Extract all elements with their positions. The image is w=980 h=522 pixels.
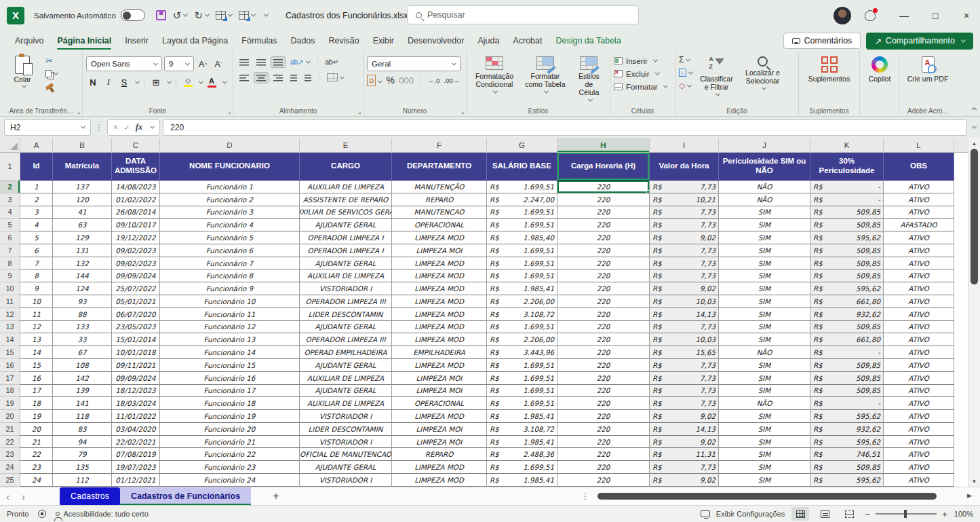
row-header-21[interactable]: 21: [0, 423, 20, 436]
align-left-button[interactable]: [237, 72, 252, 83]
wrap-text-button[interactable]: ab↵: [323, 56, 342, 68]
column-header-L[interactable]: L: [884, 138, 954, 152]
cell-E6[interactable]: OPERADOR LIMPEZA I: [300, 231, 392, 244]
cell-H11[interactable]: 220: [557, 295, 650, 308]
cell-G18[interactable]: R$1.699,51: [487, 385, 557, 398]
cell-L8[interactable]: ATIVO: [884, 257, 954, 270]
cell-I12[interactable]: R$14,13: [650, 308, 719, 321]
cell-F23[interactable]: REPARO: [392, 448, 487, 461]
collapse-ribbon-button[interactable]: [970, 103, 976, 113]
table-header-G[interactable]: SALÁRIO BASE: [487, 153, 557, 181]
cell-A19[interactable]: 18: [20, 397, 53, 410]
merge-center-button[interactable]: [324, 71, 347, 83]
cell-K24[interactable]: R$509,85: [810, 461, 884, 474]
cell-L21[interactable]: ATIVO: [884, 423, 954, 436]
cell-I17[interactable]: R$7,73: [650, 372, 719, 385]
cell-B22[interactable]: 94: [53, 436, 112, 449]
cell-I21[interactable]: R$14,13: [650, 423, 719, 436]
cell-D22[interactable]: Funcionário 21: [160, 436, 300, 449]
cell-H19[interactable]: 220: [557, 397, 650, 410]
cell-A18[interactable]: 17: [20, 385, 53, 398]
cell-C22[interactable]: 22/02/2021: [112, 436, 160, 449]
cell-F13[interactable]: LIMPEZA MOD: [392, 321, 487, 334]
expand-formula-bar-icon[interactable]: [972, 124, 977, 129]
create-pdf-button[interactable]: Crie um PDF: [904, 54, 952, 85]
cell-D21[interactable]: Funcionário 20: [160, 423, 300, 436]
cell-F16[interactable]: LIMPEZA MOD: [392, 359, 487, 372]
page-break-view-button[interactable]: [840, 507, 858, 521]
row-header-17[interactable]: 17: [0, 372, 20, 385]
cell-D10[interactable]: Funcionário 9: [160, 282, 300, 295]
zoom-slider[interactable]: [876, 513, 937, 515]
cell-D20[interactable]: Funcionário 19: [160, 410, 300, 423]
notifications-icon[interactable]: [865, 10, 876, 21]
cell-F17[interactable]: LIMPEZA MOI: [392, 372, 487, 385]
cell-B17[interactable]: 142: [53, 372, 112, 385]
bold-button[interactable]: N: [86, 75, 100, 89]
cell-H13[interactable]: 220: [557, 321, 650, 334]
cell-E3[interactable]: ASSISTENTE DE REPARO: [300, 193, 392, 206]
delete-cells-button[interactable]: Excluir: [614, 67, 659, 80]
save-button[interactable]: [156, 10, 166, 20]
zoom-level[interactable]: 100%: [954, 510, 973, 518]
cell-C17[interactable]: 09/09/2024: [112, 372, 160, 385]
column-header-E[interactable]: E: [300, 138, 392, 152]
cell-K20[interactable]: R$595,62: [810, 410, 884, 423]
row-header-16[interactable]: 16: [0, 359, 20, 372]
cell-E11[interactable]: OPERADOR LIMPEZA III: [300, 295, 392, 308]
tab-design-da-tabela[interactable]: Design da Tabela: [549, 33, 627, 48]
cell-A12[interactable]: 11: [20, 308, 53, 321]
font-color-button[interactable]: A: [205, 75, 218, 89]
cell-K25[interactable]: R$595,62: [810, 474, 884, 487]
cell-J5[interactable]: SIM: [719, 219, 810, 231]
format-cells-button[interactable]: Formatar: [614, 80, 667, 93]
borders-button[interactable]: ⊞: [149, 75, 163, 89]
table-header-J[interactable]: Periculosidade SIM ou NÃO: [719, 153, 810, 181]
table-header-C[interactable]: DATA ADMISSÃO: [112, 153, 160, 181]
cell-I16[interactable]: R$7,73: [650, 359, 719, 372]
autosum-button[interactable]: Σ: [679, 54, 692, 65]
format-painter-button[interactable]: [45, 81, 58, 92]
cell-G13[interactable]: R$1.699,51: [487, 321, 557, 334]
cell-I9[interactable]: R$7,73: [650, 269, 719, 282]
cell-C12[interactable]: 06/07/2020: [112, 308, 160, 321]
cell-C5[interactable]: 09/10/2017: [112, 219, 160, 231]
cell-J21[interactable]: SIM: [719, 423, 810, 436]
table-tool-button-2[interactable]: [239, 11, 255, 20]
tab-exibir[interactable]: Exibir: [366, 33, 401, 48]
cell-D24[interactable]: Funcionário 23: [160, 461, 300, 474]
cell-K21[interactable]: R$932,62: [810, 423, 884, 436]
decrease-font-button[interactable]: Aˇ: [212, 57, 225, 71]
conditional-formatting-button[interactable]: Formatação Condicional: [470, 54, 519, 105]
row-header-23[interactable]: 23: [0, 448, 20, 461]
cell-E19[interactable]: AUXILIAR DE LIMPEZA: [300, 397, 392, 410]
cell-F14[interactable]: LIMPEZA MOD: [392, 333, 487, 346]
cell-F7[interactable]: LIMPEZA MOI: [392, 244, 487, 257]
table-tool-button-1[interactable]: [216, 11, 232, 20]
cell-B15[interactable]: 67: [53, 346, 112, 359]
cell-H9[interactable]: 220: [557, 269, 650, 282]
cell-C24[interactable]: 19/07/2023: [112, 461, 160, 474]
cell-J10[interactable]: SIM: [719, 282, 810, 295]
cell-A15[interactable]: 14: [20, 346, 53, 359]
zoom-in-button[interactable]: +: [942, 509, 947, 519]
document-title[interactable]: Cadastros dos Funcionários.xlsx: [286, 11, 414, 20]
cell-G22[interactable]: R$1.985,41: [487, 436, 557, 449]
cell-F2[interactable]: MANUTENÇÃO: [392, 181, 487, 193]
cell-L22[interactable]: ATIVO: [884, 436, 954, 449]
cell-H22[interactable]: 220: [557, 436, 650, 449]
cell-L6[interactable]: ATIVO: [884, 231, 954, 244]
percent-style-button[interactable]: %: [386, 75, 394, 86]
cell-H4[interactable]: 220: [557, 206, 650, 219]
undo-button[interactable]: ↺: [173, 10, 188, 22]
cell-G25[interactable]: R$1.985,41: [487, 474, 557, 487]
addins-button[interactable]: Suplementos: [803, 54, 856, 85]
cell-L12[interactable]: ATIVO: [884, 308, 954, 321]
cell-L18[interactable]: ATIVO: [884, 385, 954, 398]
cell-E14[interactable]: OPERADOR LIMPEZA III: [300, 333, 392, 346]
cell-J22[interactable]: SIM: [719, 436, 810, 449]
horizontal-scrollbar[interactable]: ▶: [595, 492, 961, 500]
row-header-6[interactable]: 6: [0, 231, 20, 244]
cell-L17[interactable]: ATIVO: [884, 372, 954, 385]
cell-C3[interactable]: 01/02/2022: [112, 193, 160, 206]
